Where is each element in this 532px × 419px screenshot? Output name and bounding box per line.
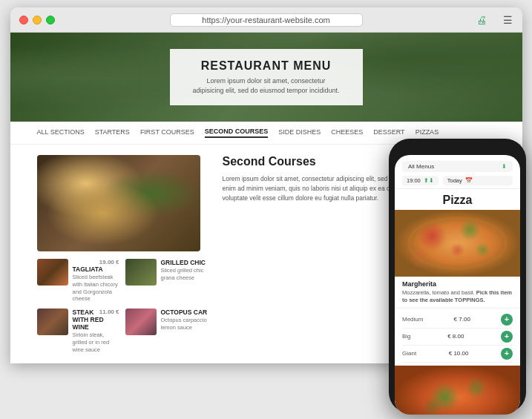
item-desc-octopus: Octopus carpaccio lemon sauce	[161, 317, 208, 331]
dish-visual	[37, 155, 200, 251]
item-image-octopus	[125, 309, 157, 335]
phone-time-row: 19:00 ⬆⬇ Today 📅	[402, 176, 513, 185]
item-info-octopus: OCTOPUS CAR Octopus carpaccio lemon sauc…	[161, 309, 208, 331]
phone-menu-label: All Menus	[408, 163, 434, 170]
item-price-steak: 11.00 €	[99, 309, 119, 315]
item-info-steak: 11.00 € STEAK WITH RED WINE Sirloin stea…	[73, 309, 119, 352]
price-row-giant: Giant € 10.00 +	[402, 346, 513, 363]
fullscreen-button[interactable]	[46, 16, 55, 24]
add-button-big[interactable]: +	[501, 331, 513, 343]
price-row-medium: Medium € 7.00 +	[402, 311, 513, 329]
title-bar: https://your-restaurant-website.com ☰ 🖨	[10, 7, 522, 33]
price-value-giant: € 10.00	[449, 350, 469, 357]
menu-item: 19.00 € TAGLIATA Sliced beefsteak with I…	[37, 259, 119, 303]
chevron-down-icon: ⬇	[502, 163, 507, 170]
nav-second-courses[interactable]: SECOND COURSES	[205, 128, 269, 138]
item-image-tagliata	[37, 259, 68, 286]
nav-cheeses[interactable]: CHEESES	[331, 128, 363, 137]
nav-starters[interactable]: STARTERS	[95, 128, 130, 137]
price-value-big: € 8.00	[447, 333, 464, 340]
item-name-grilled: GRILLED CHIC	[161, 259, 208, 266]
print-icon[interactable]: 🖨	[476, 14, 487, 26]
phone-price-rows: Medium € 7.00 + Big € 8.00 + Giant € 10.…	[395, 309, 520, 366]
phone-header: All Menus ⬇ 19:00 ⬆⬇ Today 📅	[395, 155, 520, 189]
item-name-steak: 11.00 € STEAK WITH RED WINE	[73, 309, 119, 331]
hero-text-box: RESTAURANT MENU Lorem ipsum dolor sit am…	[170, 49, 363, 105]
phone-item-desc-regular: Mozzarella, tomato and basil.	[402, 289, 475, 296]
add-button-giant[interactable]: +	[501, 348, 513, 360]
phone-item-info: Margherita Mozzarella, tomato and basil.…	[395, 277, 520, 309]
item-desc-tagliata: Sliced beefsteak with Italian chicory an…	[73, 274, 119, 303]
size-label-medium: Medium	[402, 316, 423, 323]
url-bar[interactable]: https://your-restaurant-website.com	[170, 13, 363, 27]
nav-all-sections[interactable]: ALL SECTIONS	[37, 128, 85, 137]
size-label-giant: Giant	[402, 350, 416, 357]
nav-first-courses[interactable]: FIRST COURSES	[140, 128, 194, 137]
phone-notch	[436, 146, 480, 152]
phone-time-selector[interactable]: 19:00 ⬆⬇	[402, 176, 439, 185]
pizza-crust-visual	[407, 217, 508, 270]
menu-item: OCTOPUS CAR Octopus carpaccio lemon sauc…	[125, 309, 208, 352]
main-dish-image	[37, 155, 200, 251]
browser-menu-icon[interactable]: ☰	[503, 14, 513, 26]
hero-section: RESTAURANT MENU Lorem ipsum dolor sit am…	[10, 33, 522, 122]
phone-date-selector[interactable]: Today 📅	[443, 176, 513, 185]
price-row-big: Big € 8.00 +	[402, 329, 513, 346]
phone-marinara-image	[395, 366, 520, 415]
nav-pizzas[interactable]: PIZZAS	[416, 128, 439, 137]
item-price-tagliata: 19.00 €	[99, 259, 119, 265]
phone-pizza-title: Pizza	[395, 189, 520, 210]
item-desc-grilled: Sliced grilled chic grana cheese	[161, 267, 208, 282]
size-label-big: Big	[402, 333, 411, 340]
calendar-icon: 📅	[465, 177, 473, 184]
left-column: 19.00 € TAGLIATA Sliced beefsteak with I…	[37, 155, 208, 342]
menu-item: 11.00 € STEAK WITH RED WINE Sirloin stea…	[37, 309, 119, 352]
phone-menu-select[interactable]: All Menus ⬇	[402, 161, 513, 172]
phone-item-description: Mozzarella, tomato and basil. Pick this …	[402, 289, 513, 304]
item-name-tagliata: 19.00 € TAGLIATA	[73, 259, 119, 273]
price-value-medium: € 7.00	[454, 316, 470, 323]
item-image-steak	[37, 309, 68, 335]
nav-side-dishes[interactable]: SIDE DISHES	[278, 128, 321, 137]
hero-title: RESTAURANT MENU	[192, 59, 341, 73]
url-text: https://your-restaurant-website.com	[202, 16, 329, 24]
item-info-tagliata: 19.00 € TAGLIATA Sliced beefsteak with I…	[73, 259, 119, 303]
add-button-medium[interactable]: +	[501, 314, 513, 326]
item-name-octopus: OCTOPUS CAR	[161, 309, 208, 316]
close-button[interactable]	[19, 16, 28, 24]
phone-date-value: Today	[447, 177, 462, 184]
item-info-grilled: GRILLED CHIC Sliced grilled chic grana c…	[161, 259, 208, 282]
nav-dessert[interactable]: DESSERT	[373, 128, 404, 137]
hero-description: Lorem ipsum dolor sit amet, consectetur …	[192, 76, 341, 95]
phone-pizza-image	[395, 210, 520, 277]
menu-item: GRILLED CHIC Sliced grilled chic grana c…	[125, 259, 208, 303]
time-chevron-icon: ⬆⬇	[424, 177, 434, 184]
phone-item-name: Margherita	[402, 280, 513, 288]
phone-time-value: 19:00	[407, 177, 421, 184]
marinara-toppings-visual	[395, 366, 520, 415]
traffic-lights	[19, 16, 55, 24]
menu-items-grid: 19.00 € TAGLIATA Sliced beefsteak with I…	[37, 259, 208, 352]
minimize-button[interactable]	[33, 16, 42, 24]
item-desc-steak: Sirloin steak, grilled or in red wine sa…	[73, 331, 119, 352]
phone-screen: All Menus ⬇ 19:00 ⬆⬇ Today 📅 Pizza	[395, 155, 520, 415]
phone-mockup: All Menus ⬇ 19:00 ⬆⬇ Today 📅 Pizza	[389, 139, 526, 413]
item-image-grilled	[125, 259, 157, 286]
